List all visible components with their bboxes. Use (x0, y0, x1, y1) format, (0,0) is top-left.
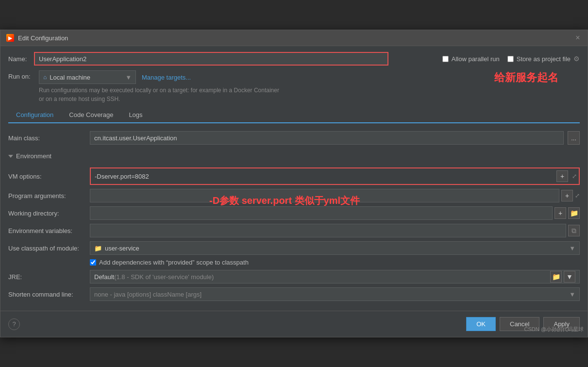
store-project-label: Store as project file (517, 55, 571, 63)
classpath-icon: 📁 (94, 245, 102, 252)
working-dir-add-button[interactable]: + (554, 207, 566, 219)
main-class-row: Main class: ... (8, 131, 580, 145)
env-vars-input[interactable] (90, 224, 566, 237)
shorten-value: none - java [options] className [args] (94, 291, 202, 298)
vm-options-label: VM options: (8, 173, 86, 180)
jre-sub-text: (1.8 - SDK of 'user-service' module) (114, 273, 214, 281)
jre-folder-button[interactable]: 📁 (550, 271, 562, 283)
form-grid: Main class: ... Environment VM options: … (8, 131, 580, 301)
allow-parallel-label: Allow parallel run (452, 55, 500, 63)
program-args-row: Program arguments: + ⤢ (8, 189, 580, 202)
ok-button[interactable]: OK (466, 317, 496, 331)
run-on-label: Run on: (8, 70, 35, 80)
working-dir-label: Working directory: (8, 210, 86, 217)
add-deps-row: Add dependencies with “provided” scope t… (90, 259, 580, 266)
program-args-input[interactable] (90, 189, 559, 202)
shorten-cmd-row: Shorten command line: none - java [optio… (8, 287, 580, 301)
run-on-option: Local machine (50, 74, 90, 81)
program-args-expand-button[interactable]: ⤢ (575, 192, 580, 199)
env-vars-row: Environment variables: ⧉ (8, 224, 580, 237)
classpath-label: Use classpath of module: (8, 245, 86, 252)
add-deps-label: Add dependencies with “provided” scope t… (99, 259, 249, 266)
jre-default-text: Default (94, 273, 114, 281)
triangle-icon (8, 155, 13, 158)
name-input[interactable] (34, 52, 388, 66)
store-project-checkbox[interactable] (507, 56, 514, 62)
help-button[interactable]: ? (8, 318, 20, 330)
allow-parallel-checkbox[interactable] (442, 56, 449, 62)
manage-targets-link[interactable]: Manage targets... (142, 74, 191, 81)
environment-label: Environment (16, 152, 51, 160)
vm-options-expand-button[interactable]: ⤢ (572, 173, 577, 180)
run-on-dropdown[interactable]: ⌂ Local machine ▼ (39, 70, 136, 84)
gear-icon[interactable]: ⚙ (573, 55, 580, 63)
working-dir-input[interactable] (90, 206, 553, 220)
tab-code-coverage[interactable]: Code Coverage (61, 107, 121, 123)
jre-row: JRE: Default (1.8 - SDK of 'user-service… (8, 270, 580, 284)
working-dir-browse-button[interactable]: 📁 (568, 207, 580, 219)
close-button[interactable]: × (574, 34, 582, 42)
main-class-label: Main class: (8, 134, 86, 142)
dialog-title: Edit Configuration (18, 34, 68, 42)
title-bar: ▶ Edit Configuration × (0, 30, 588, 46)
working-dir-row: Working directory: + 📁 (8, 206, 580, 220)
classpath-value: user-service (105, 245, 139, 252)
jre-dropdown[interactable]: Default (1.8 - SDK of 'user-service' mod… (90, 270, 580, 284)
shorten-arrow-icon: ▼ (569, 291, 575, 298)
main-class-input[interactable] (90, 131, 564, 145)
run-on-description: Run configurations may be executed local… (39, 86, 282, 103)
footer: ? OK Cancel Apply (0, 311, 588, 337)
classpath-dropdown[interactable]: 📁 user-service ▼ (90, 241, 580, 255)
tabs-row: Configuration Code Coverage Logs (8, 107, 580, 123)
main-class-browse-button[interactable]: ... (568, 131, 580, 145)
home-icon: ⌂ (43, 74, 47, 81)
app-icon: ▶ (6, 34, 14, 42)
env-vars-copy-button[interactable]: ⧉ (568, 225, 580, 236)
vm-options-input[interactable] (93, 172, 553, 181)
jre-arrow-button[interactable]: ▼ (564, 271, 575, 283)
program-args-label: Program arguments: (8, 192, 86, 200)
watermark: CSDN @小孙的代码星球 (524, 326, 584, 333)
store-project-row: Store as project file ⚙ (507, 55, 580, 63)
tab-configuration[interactable]: Configuration (8, 107, 61, 123)
name-label: Name: (8, 55, 30, 63)
vm-options-add-button[interactable]: + (556, 170, 568, 182)
env-vars-label: Environment variables: (8, 227, 86, 234)
program-args-add-button[interactable]: + (561, 190, 573, 201)
classpath-row: Use classpath of module: 📁 user-service … (8, 241, 580, 255)
jre-label: JRE: (8, 273, 86, 281)
environment-section: Environment (8, 150, 580, 162)
vm-options-row: VM options: + ⤢ (8, 167, 580, 185)
shorten-dropdown[interactable]: none - java [options] className [args] ▼ (90, 287, 580, 301)
classpath-arrow-icon: ▼ (569, 245, 575, 252)
tab-logs[interactable]: Logs (121, 107, 150, 123)
add-deps-checkbox[interactable] (90, 259, 96, 266)
dropdown-arrow-icon: ▼ (125, 74, 132, 81)
allow-parallel-row: Allow parallel run (442, 55, 500, 63)
shorten-cmd-label: Shorten command line: (8, 291, 86, 298)
